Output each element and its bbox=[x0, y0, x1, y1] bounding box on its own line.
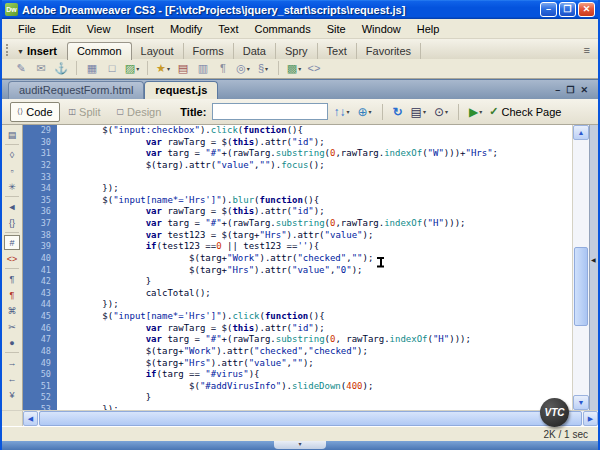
insert-tab-spry[interactable]: Spry bbox=[276, 43, 318, 59]
apply-comment-icon[interactable]: ¶ bbox=[4, 271, 20, 286]
insert-tab-favorites[interactable]: Favorites bbox=[357, 43, 421, 59]
image-icon[interactable]: ▨▾ bbox=[123, 60, 141, 76]
code-line[interactable]: 30 var rawTarg = $(this).attr("id"); bbox=[23, 137, 572, 149]
code-line[interactable]: 41 $(targ+"Hrs").attr("value","0"); bbox=[23, 265, 572, 277]
email-link-icon[interactable]: ✉ bbox=[32, 60, 50, 76]
doc-tab-request-js[interactable]: request.js bbox=[144, 81, 218, 99]
menu-modify[interactable]: Modify bbox=[162, 21, 210, 37]
insert-div-tag-icon[interactable]: □ bbox=[103, 60, 121, 76]
select-parent-tag-icon[interactable]: ◄ bbox=[4, 199, 20, 214]
file-management-icon[interactable]: ↑↓▾ bbox=[333, 105, 349, 119]
balance-braces-icon[interactable]: {} bbox=[4, 215, 20, 230]
code-line[interactable]: 52 } bbox=[23, 392, 572, 404]
code-line[interactable]: 35 $("input[name*='Hrs']").blur(function… bbox=[23, 195, 572, 207]
code-line[interactable]: 33 bbox=[23, 172, 572, 184]
doc-restore-button[interactable]: ❐ bbox=[566, 85, 574, 95]
scroll-left-button[interactable]: ◀ bbox=[23, 411, 38, 426]
menu-insert[interactable]: Insert bbox=[118, 21, 162, 37]
scroll-down-button[interactable]: ▼ bbox=[573, 395, 589, 410]
menu-edit[interactable]: Edit bbox=[44, 21, 79, 37]
highlight-invalid-code-icon[interactable]: <> bbox=[4, 251, 20, 266]
panel-expand-grip[interactable]: ▾ bbox=[274, 441, 326, 449]
code-line[interactable]: 34 }); bbox=[23, 183, 572, 195]
named-anchor-icon[interactable]: ⚓ bbox=[52, 60, 70, 76]
outdent-code-icon[interactable]: ← bbox=[4, 371, 20, 386]
hyperlink-icon[interactable]: ✎ bbox=[12, 60, 30, 76]
doc-close-button[interactable]: ✕ bbox=[580, 85, 588, 95]
code-line[interactable]: 47 var targ = "#"+(rawTarg.substring(0, … bbox=[23, 334, 572, 346]
insert-tab-data[interactable]: Data bbox=[234, 43, 276, 59]
table-icon[interactable]: ▦ bbox=[83, 60, 101, 76]
menu-view[interactable]: View bbox=[79, 21, 119, 37]
code-line[interactable]: 32 $(targ).attr("value","").focus(); bbox=[23, 160, 572, 172]
indent-code-icon[interactable]: → bbox=[4, 355, 20, 370]
move-convert-css-icon[interactable]: ● bbox=[4, 335, 20, 350]
view-options-icon[interactable]: ▤▾ bbox=[411, 105, 426, 119]
code-line[interactable]: 39 if(test123 ==0 || test123 ==''){ bbox=[23, 241, 572, 253]
date-icon[interactable]: ▤ bbox=[174, 60, 192, 76]
code-line[interactable]: 42 } bbox=[23, 276, 572, 288]
expand-all-icon[interactable]: ✳ bbox=[4, 179, 20, 194]
menu-help[interactable]: Help bbox=[409, 21, 448, 37]
menu-window[interactable]: Window bbox=[354, 21, 409, 37]
menu-file[interactable]: File bbox=[10, 21, 44, 37]
code-line[interactable]: 40 $(targ+"Work").attr("checked",""); bbox=[23, 253, 572, 265]
tag-chooser-icon[interactable]: <> bbox=[305, 60, 323, 76]
validate-markup-icon[interactable]: ▶▾ bbox=[469, 105, 482, 119]
open-documents-icon[interactable]: ▤ bbox=[4, 127, 20, 142]
line-numbers-icon[interactable]: # bbox=[4, 235, 20, 250]
format-source-code-icon[interactable]: ¥ bbox=[4, 387, 20, 402]
doc-minimize-button[interactable]: – bbox=[555, 85, 560, 95]
menu-text[interactable]: Text bbox=[210, 21, 246, 37]
head-icon[interactable]: ◎▾ bbox=[234, 60, 252, 76]
refresh-design-view-icon[interactable]: ↻ bbox=[393, 105, 403, 119]
vertical-scroll-thumb[interactable] bbox=[574, 247, 588, 326]
title-input[interactable] bbox=[212, 103, 328, 120]
menu-site[interactable]: Site bbox=[319, 21, 354, 37]
code-line[interactable]: 45 $("input[name*='Hrs']").click(functio… bbox=[23, 311, 572, 323]
recent-snippets-icon[interactable]: ✂ bbox=[4, 319, 20, 334]
code-line[interactable]: 43 calcTotal(); bbox=[23, 288, 572, 300]
code-line[interactable]: 36 var rawTarg = $(this).attr("id"); bbox=[23, 206, 572, 218]
visual-aids-icon[interactable]: ⊙▾ bbox=[434, 105, 448, 119]
panel-dock-collapse-strip[interactable]: ◀ bbox=[589, 125, 598, 410]
code-line[interactable]: 38 var test123 = $(targ+"Hrs").attr("val… bbox=[23, 230, 572, 242]
insert-tab-forms[interactable]: Forms bbox=[184, 43, 234, 59]
split-view-button[interactable]: ◫ Split bbox=[62, 102, 108, 122]
vertical-scrollbar[interactable]: ▲ ▼ bbox=[572, 125, 589, 410]
server-side-include-icon[interactable]: ▥ bbox=[194, 60, 212, 76]
panel-grip[interactable] bbox=[6, 44, 12, 56]
code-line[interactable]: 50 if(targ == "#virus"){ bbox=[23, 369, 572, 381]
code-line[interactable]: 44 }); bbox=[23, 299, 572, 311]
remove-comment-icon[interactable]: ¶ bbox=[4, 287, 20, 302]
insert-tab-common[interactable]: Common bbox=[67, 42, 132, 60]
code-line[interactable]: 46 var rawTarg = $(this).attr("id"); bbox=[23, 323, 572, 335]
code-line[interactable]: 37 var targ = "#"+(rawTarg.substring(0,r… bbox=[23, 218, 572, 230]
code-line[interactable]: 48 $(targ+"Work").attr("checked","checke… bbox=[23, 346, 572, 358]
script-icon[interactable]: §▾ bbox=[254, 60, 272, 76]
code-line[interactable]: 29 $("input:checkbox").click(function(){ bbox=[23, 125, 572, 137]
insert-tab-text[interactable]: Text bbox=[318, 43, 357, 59]
scroll-up-button[interactable]: ▲ bbox=[573, 125, 589, 140]
code-line[interactable]: 53 }); bbox=[23, 404, 572, 410]
scroll-right-button[interactable]: ▶ bbox=[583, 411, 598, 426]
horizontal-scrollbar[interactable]: ◀ ▶ bbox=[2, 410, 598, 426]
menu-commands[interactable]: Commands bbox=[246, 21, 318, 37]
insert-tab-layout[interactable]: Layout bbox=[132, 43, 184, 59]
code-editor[interactable]: 29 $("input:checkbox").click(function(){… bbox=[23, 125, 572, 410]
panel-menu-icon[interactable]: ≡ bbox=[584, 44, 590, 56]
wrap-tag-icon[interactable]: ⌘ bbox=[4, 303, 20, 318]
code-line[interactable]: 31 var targ = "#"+(rawTarg.substring(0,r… bbox=[23, 148, 572, 160]
minimize-button[interactable]: – bbox=[540, 2, 557, 17]
code-line[interactable]: 51 $("#addVirusInfo").slideDown(400); bbox=[23, 381, 572, 393]
design-view-button[interactable]: ▢ Design bbox=[110, 102, 169, 122]
code-line[interactable]: 49 $(targ+"Hrs").attr("value",""); bbox=[23, 358, 572, 370]
preview-in-browser-icon[interactable]: ⊕▾ bbox=[357, 105, 371, 119]
templates-icon[interactable]: ▩▾ bbox=[285, 60, 303, 76]
collapse-selection-icon[interactable]: ▫ bbox=[4, 163, 20, 178]
horizontal-scroll-thumb[interactable] bbox=[39, 411, 582, 426]
insert-panel-header[interactable]: ▼ Insert bbox=[17, 45, 57, 57]
doc-tab-auditrequestform[interactable]: auditRequestForm.html bbox=[8, 81, 144, 99]
comment-icon[interactable]: ¶ bbox=[214, 60, 232, 76]
media-icon[interactable]: ★▾ bbox=[154, 60, 172, 76]
